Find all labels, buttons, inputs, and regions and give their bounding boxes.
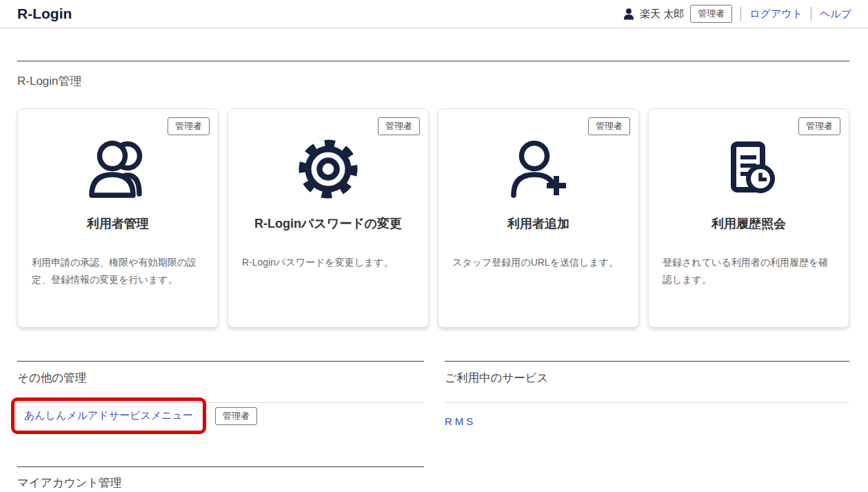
card-title: 利用者管理 [32,215,204,232]
user-role-badge: 管理者 [690,5,732,23]
admin-badge: 管理者 [215,407,257,425]
section-rule [17,361,424,362]
section-rule [17,61,849,61]
header: R-Login 楽天 太郎 管理者 ログアウト ヘルプ [0,0,868,28]
card-grid: 管理者 利用者管理 利用申請の承認、権限や有効期限の設定、登録情報の変更を行いま… [17,108,849,328]
header-right: 楽天 太郎 管理者 ログアウト ヘルプ [623,5,851,23]
user-add-icon [452,128,625,210]
help-link[interactable]: ヘルプ [820,8,851,21]
separator [740,7,741,21]
section-title-my-account: マイアカウント管理 [17,475,424,491]
card-user-management[interactable]: 管理者 利用者管理 利用申請の承認、権限や有効期限の設定、登録情報の変更を行いま… [17,108,219,328]
admin-badge: 管理者 [168,117,210,135]
anshin-mail-service-menu-link[interactable]: あんしんメルアドサービスメニュー [24,409,193,421]
separator [811,7,811,21]
section-other-admin: その他の管理 あんしんメルアドサービスメニュー 管理者 [17,361,424,434]
gear-icon [242,128,414,210]
section-title-rlogin-admin: R-Login管理 [17,73,849,89]
document-clock-icon [663,128,835,210]
admin-badge: 管理者 [588,117,630,135]
section-title-other-admin: その他の管理 [17,371,424,386]
admin-badge: 管理者 [798,117,840,135]
card-title: 利用履歴照会 [663,215,835,232]
logout-link[interactable]: ログアウト [749,8,803,21]
card-title: 利用者追加 [452,215,625,232]
card-usage-history[interactable]: 管理者 利用履歴照会 登録されている利用者の利用履歴を確認します。 [648,108,849,328]
section-title-services: ご利用中のサービス [445,371,849,386]
section-services-in-use: ご利用中のサービス RMS [445,361,849,434]
rms-link[interactable]: RMS [445,415,476,427]
card-description: スタッフ登録用のURLを送信します。 [452,254,625,271]
user-name: 楽天 太郎 [640,8,684,21]
section-rule [17,466,424,467]
light-divider [445,402,849,403]
card-description: R-Loginパスワードを変更します。 [242,254,414,271]
red-annotation-box: あんしんメルアドサービスメニュー [11,397,206,434]
section-rule [445,361,849,362]
users-icon [32,128,204,210]
card-user-add[interactable]: 管理者 利用者追加 スタッフ登録用のURLを送信します。 [438,108,639,328]
other-admin-link-row: あんしんメルアドサービスメニュー 管理者 [17,397,424,434]
card-title: R-Loginパスワードの変更 [242,215,414,232]
main-content: R-Login管理 管理者 利用者管理 利用申請の承認、権限や有効期限の設定、登… [0,61,868,491]
card-description: 利用申請の承認、権限や有効期限の設定、登録情報の変更を行います。 [32,254,204,288]
app-logo[interactable]: R-Login [17,6,72,22]
card-description: 登録されている利用者の利用履歴を確認します。 [663,254,835,288]
card-password-change[interactable]: 管理者 R-Loginパスワードの変更 R-Loginパスワードを変更します。 [228,108,429,328]
admin-badge: 管理者 [378,117,420,135]
person-icon [623,8,635,21]
lower-sections: その他の管理 あんしんメルアドサービスメニュー 管理者 ご利用中のサービス RM… [17,361,849,434]
section-my-account: マイアカウント管理 [17,466,424,491]
